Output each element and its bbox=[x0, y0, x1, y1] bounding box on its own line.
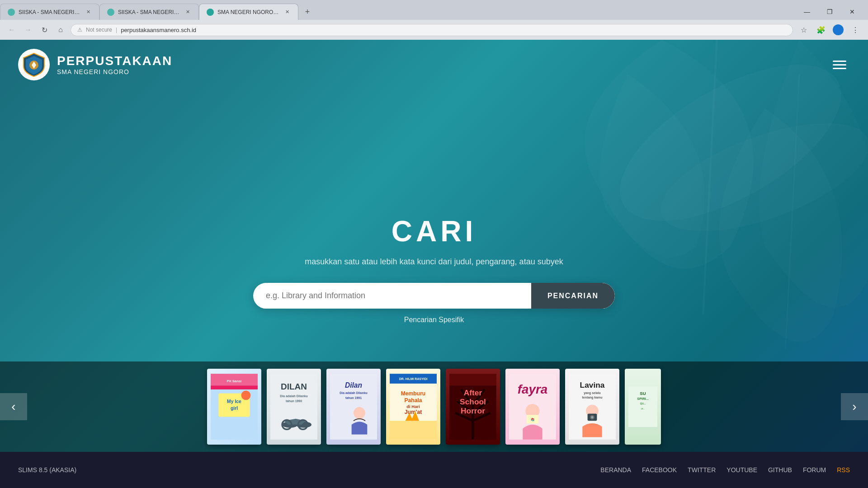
close-button[interactable]: ✕ bbox=[842, 5, 863, 19]
books-carousel: ‹ Pit Sansi My Ice girl bbox=[0, 361, 868, 452]
bookmark-button[interactable]: ☆ bbox=[797, 23, 811, 37]
book-item-6[interactable]: fayra 📚 bbox=[505, 369, 560, 445]
svg-text:tahun 1991: tahun 1991 bbox=[345, 396, 362, 399]
book-cover-7: Lavina yang selalu tentang kamu bbox=[565, 369, 619, 445]
book-cover-6: fayra 📚 bbox=[505, 369, 560, 445]
tab-2-close[interactable]: ✕ bbox=[184, 9, 191, 16]
search-input[interactable] bbox=[253, 283, 531, 309]
svg-text:girl: girl bbox=[231, 406, 238, 411]
home-button[interactable]: ⌂ bbox=[54, 23, 67, 36]
search-bar: PENCARIAN bbox=[253, 283, 615, 309]
book-cover-1: Pit Sansi My Ice girl bbox=[207, 369, 261, 445]
school-name: SMA NEGERI NGORO bbox=[57, 68, 172, 75]
svg-text:My Ice: My Ice bbox=[227, 399, 241, 404]
book-cover-8: SU SPIRI... QU... (S... bbox=[625, 369, 661, 445]
library-title: PERPUSTAKAAN bbox=[57, 54, 172, 68]
books-container: Pit Sansi My Ice girl DILAN Dia adalah D… bbox=[27, 361, 841, 452]
book-item-5[interactable]: After School Horror bbox=[446, 369, 500, 445]
book-item-3[interactable]: Dilan Dia adalah Dilanku tahun 1991 bbox=[326, 369, 381, 445]
svg-text:tahun 1990: tahun 1990 bbox=[286, 399, 302, 403]
tab-2-label: SIISKA - SMA NEGERI NGORO bbox=[118, 9, 180, 15]
search-button[interactable]: PENCARIAN bbox=[531, 283, 615, 309]
footer-facebook[interactable]: FACEBOOK bbox=[642, 466, 677, 474]
url-text: perpustakaansmanero.sch.id bbox=[121, 27, 196, 33]
tab-1-close[interactable]: ✕ bbox=[85, 9, 92, 16]
hamburger-line-2 bbox=[833, 64, 846, 66]
svg-text:Dia adalah Dilanku: Dia adalah Dilanku bbox=[280, 394, 308, 398]
book-item-2[interactable]: DILAN Dia adalah Dilanku tahun 1990 bbox=[267, 369, 321, 445]
svg-text:Memburu: Memburu bbox=[401, 390, 426, 397]
footer-rss[interactable]: RSS bbox=[837, 466, 850, 474]
tab-3[interactable]: SMA NEGERI NGORO | PERPUST... ✕ bbox=[199, 4, 298, 20]
svg-rect-33 bbox=[390, 421, 437, 440]
url-separator: | bbox=[116, 27, 117, 33]
svg-text:di Hari: di Hari bbox=[406, 404, 420, 409]
book-cover-4: DR. HILMI RASYIDI Memburu Pahala di Hari… bbox=[386, 369, 440, 445]
footer-beranda[interactable]: BERANDA bbox=[600, 466, 631, 474]
svg-rect-7 bbox=[211, 385, 258, 389]
footer-youtube[interactable]: YOUTUBE bbox=[726, 466, 757, 474]
svg-text:fayra: fayra bbox=[518, 382, 547, 396]
specific-search-link[interactable]: Pencarian Spesifik bbox=[404, 316, 464, 324]
school-logo bbox=[18, 49, 50, 80]
hamburger-line-3 bbox=[833, 68, 846, 69]
window-controls: — ❐ ✕ bbox=[797, 5, 868, 19]
svg-text:Jum'at: Jum'at bbox=[405, 409, 422, 415]
tab-1[interactable]: SIISKA - SMA NEGERI NGORO ✕ bbox=[0, 4, 99, 20]
svg-text:📚: 📚 bbox=[531, 418, 535, 422]
svg-text:(S...: (S... bbox=[641, 408, 645, 410]
svg-text:Pahala: Pahala bbox=[404, 397, 422, 404]
tab-3-close[interactable]: ✕ bbox=[283, 9, 291, 16]
footer-twitter[interactable]: TWITTER bbox=[688, 466, 716, 474]
footer-links: BERANDA FACEBOOK TWITTER YOUTUBE GITHUB … bbox=[600, 466, 850, 474]
book-item-8[interactable]: SU SPIRI... QU... (S... bbox=[625, 369, 661, 445]
carousel-next-button[interactable]: › bbox=[841, 393, 868, 420]
svg-text:yang selalu: yang selalu bbox=[584, 391, 601, 395]
svg-text:tentang kamu: tentang kamu bbox=[582, 396, 603, 399]
minimize-button[interactable]: — bbox=[797, 5, 817, 19]
hero-content: CARI masukkan satu atau lebih kata kunci… bbox=[253, 215, 615, 324]
reload-button[interactable]: ↻ bbox=[38, 23, 51, 36]
svg-text:Dia adalah Dilanku: Dia adalah Dilanku bbox=[340, 391, 368, 394]
toolbar-right: ☆ 🧩 👤 ⋮ bbox=[797, 23, 863, 37]
svg-text:DILAN: DILAN bbox=[281, 382, 307, 391]
carousel-prev-button[interactable]: ‹ bbox=[0, 393, 27, 420]
back-button[interactable]: ← bbox=[5, 23, 18, 36]
tab-3-favicon bbox=[207, 9, 214, 16]
tab-1-favicon bbox=[8, 9, 15, 16]
tab-2[interactable]: SIISKA - SMA NEGERI NGORO ✕ bbox=[99, 4, 199, 20]
book-item-4[interactable]: DR. HILMI RASYIDI Memburu Pahala di Hari… bbox=[386, 369, 440, 445]
book-cover-5: After School Horror bbox=[446, 369, 500, 445]
logo-shield-icon bbox=[23, 52, 45, 77]
logo-area: PERPUSTAKAAN SMA NEGERI NGORO bbox=[18, 49, 172, 80]
svg-point-1 bbox=[647, 101, 868, 253]
footer-github[interactable]: GITHUB bbox=[768, 466, 792, 474]
address-bar: ← → ↻ ⌂ ⚠ Not secure | perpustakaansmane… bbox=[0, 20, 868, 40]
new-tab-button[interactable]: + bbox=[300, 5, 315, 19]
tab-1-label: SIISKA - SMA NEGERI NGORO bbox=[19, 9, 81, 15]
hamburger-menu[interactable] bbox=[829, 57, 850, 73]
book-item-1[interactable]: Pit Sansi My Ice girl bbox=[207, 369, 261, 445]
main-page: PERPUSTAKAAN SMA NEGERI NGORO CARI masuk… bbox=[0, 40, 868, 488]
security-icon: ⚠ bbox=[77, 27, 82, 33]
profile-button[interactable]: 👤 bbox=[831, 23, 845, 37]
header: PERPUSTAKAAN SMA NEGERI NGORO bbox=[0, 40, 868, 89]
hero-title: CARI bbox=[253, 215, 615, 248]
footer-forum[interactable]: FORUM bbox=[803, 466, 826, 474]
svg-text:SU: SU bbox=[640, 391, 646, 396]
svg-line-3 bbox=[786, 74, 799, 349]
svg-text:Pit Sansi: Pit Sansi bbox=[227, 379, 242, 383]
book-item-7[interactable]: Lavina yang selalu tentang kamu bbox=[565, 369, 619, 445]
maximize-button[interactable]: ❐ bbox=[819, 5, 840, 19]
book-cover-3: Dilan Dia adalah Dilanku tahun 1991 bbox=[326, 369, 381, 445]
forward-button[interactable]: → bbox=[22, 23, 34, 36]
menu-button[interactable]: ⋮ bbox=[848, 23, 863, 37]
svg-text:School: School bbox=[460, 397, 486, 406]
svg-point-51 bbox=[591, 416, 593, 418]
tab-3-label: SMA NEGERI NGORO | PERPUST... bbox=[217, 9, 280, 15]
extensions-button[interactable]: 🧩 bbox=[814, 23, 828, 37]
svg-text:After: After bbox=[464, 388, 482, 397]
tab-bar: SIISKA - SMA NEGERI NGORO ✕ SIISKA - SMA… bbox=[0, 0, 868, 20]
svg-text:DR. HILMI RASYIDI: DR. HILMI RASYIDI bbox=[399, 377, 428, 380]
url-bar[interactable]: ⚠ Not secure | perpustakaansmanero.sch.i… bbox=[71, 24, 793, 36]
